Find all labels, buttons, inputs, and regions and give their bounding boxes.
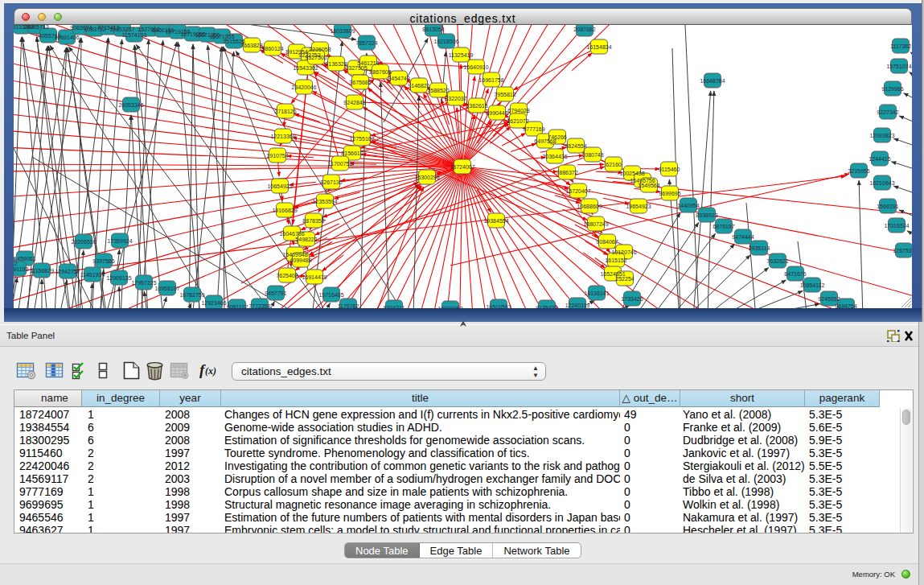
- svg-text:1910754: 1910754: [266, 153, 288, 159]
- svg-text:16210643: 16210643: [869, 180, 894, 186]
- svg-text:9129966: 9129966: [881, 86, 903, 92]
- svg-text:8938923: 8938923: [696, 212, 717, 218]
- svg-text:3675685: 3675685: [349, 80, 371, 85]
- svg-text:8990448: 8990448: [486, 110, 507, 116]
- svg-text:12353594: 12353594: [312, 199, 337, 204]
- svg-text:10654112: 10654112: [800, 282, 825, 288]
- svg-text:10688609: 10688609: [577, 204, 602, 209]
- svg-text:11700758: 11700758: [328, 161, 353, 167]
- svg-text:7955812: 7955812: [494, 92, 515, 97]
- svg-text:17016534: 17016534: [884, 223, 909, 229]
- svg-text:16782759: 16782759: [179, 292, 204, 298]
- svg-text:1588520: 1588520: [427, 88, 449, 93]
- svg-text:15300295: 15300295: [414, 175, 439, 180]
- svg-text:1179762: 1179762: [338, 303, 359, 309]
- svg-text:7632621: 7632621: [766, 258, 788, 264]
- svg-text:17957225: 17957225: [131, 280, 156, 286]
- svg-text:9081102: 9081102: [227, 304, 248, 309]
- svg-text:20691406: 20691406: [54, 35, 79, 40]
- svg-text:15716485: 15716485: [318, 292, 343, 298]
- svg-text:(x): (x): [205, 365, 216, 377]
- svg-text:16648784: 16648784: [700, 78, 725, 84]
- svg-text:9227342: 9227342: [877, 109, 898, 115]
- svg-text:9699695: 9699695: [659, 191, 680, 196]
- svg-text:8454749: 8454749: [388, 76, 409, 81]
- svg-text:9777169: 9777169: [523, 126, 544, 132]
- svg-text:11574103: 11574103: [122, 32, 147, 38]
- svg-text:16543362: 16543362: [293, 65, 318, 71]
- svg-text:9327505: 9327505: [345, 65, 367, 71]
- svg-text:19384554: 19384554: [483, 218, 508, 224]
- svg-text:12755162: 12755162: [349, 136, 374, 142]
- svg-text:9474444: 9474444: [732, 234, 754, 240]
- svg-text:2087682: 2087682: [573, 27, 595, 32]
- svg-text:7663822: 7663822: [240, 43, 262, 48]
- svg-text:1615152: 1615152: [605, 257, 626, 263]
- svg-text:20364436: 20364436: [542, 154, 567, 159]
- svg-text:9694754: 9694754: [835, 303, 856, 309]
- svg-text:9115460: 9115460: [659, 167, 680, 172]
- svg-text:10273362: 10273362: [437, 306, 462, 309]
- svg-text:746266: 746266: [548, 134, 566, 140]
- svg-text:11156829: 11156829: [30, 268, 54, 274]
- svg-text:2935114: 2935114: [749, 245, 770, 251]
- svg-text:11451914: 11451914: [80, 272, 105, 278]
- svg-text:20206536: 20206536: [71, 239, 96, 245]
- svg-text:15751074: 15751074: [886, 64, 911, 69]
- svg-text:24055713: 24055713: [23, 25, 48, 30]
- svg-text:4099489: 4099489: [290, 257, 311, 263]
- svg-text:18724007: 18724007: [450, 164, 474, 170]
- svg-text:3226058: 3226058: [309, 47, 331, 52]
- svg-text:9135428: 9135428: [536, 305, 557, 309]
- svg-text:26053346: 26053346: [118, 102, 143, 108]
- svg-text:8471676: 8471676: [784, 271, 806, 277]
- svg-text:1244415: 1244415: [869, 156, 890, 162]
- svg-text:8322037: 8322037: [445, 96, 466, 101]
- svg-text:1569291: 1569291: [877, 204, 898, 209]
- svg-text:16510593: 16510593: [486, 304, 511, 309]
- svg-text:11325419: 11325419: [449, 52, 474, 58]
- svg-text:12213369: 12213369: [270, 134, 295, 139]
- svg-text:12942757: 12942757: [55, 269, 80, 274]
- svg-text:6879197: 6879197: [713, 224, 734, 229]
- svg-text:9327500: 9327500: [305, 55, 326, 60]
- svg-text:19218506: 19218506: [433, 39, 458, 44]
- svg-text:8204211: 8204211: [384, 305, 405, 309]
- svg-text:9457791: 9457791: [265, 290, 286, 296]
- svg-text:3824554: 3824554: [565, 143, 586, 149]
- svg-text:15409948: 15409948: [282, 252, 307, 257]
- svg-text:9397586: 9397586: [92, 258, 114, 264]
- svg-text:1362615: 1362615: [466, 103, 487, 109]
- svg-text:2867608: 2867608: [369, 69, 391, 75]
- svg-text:7857224: 7857224: [355, 40, 377, 46]
- svg-text:9245652: 9245652: [818, 296, 840, 302]
- svg-text:16640910: 16640910: [463, 64, 488, 70]
- svg-text:16046786: 16046786: [279, 231, 304, 237]
- svg-text:16033809: 16033809: [330, 28, 355, 34]
- svg-text:62160: 62160: [606, 162, 622, 167]
- svg-text:1733426: 1733426: [621, 296, 643, 302]
- svg-text:7772358: 7772358: [248, 303, 270, 309]
- svg-text:9084067: 9084067: [596, 239, 618, 245]
- svg-text:3215955: 3215955: [848, 168, 869, 174]
- svg-text:10025438: 10025438: [619, 171, 644, 176]
- svg-text:1459061: 1459061: [14, 256, 35, 262]
- svg-text:10853267: 10853267: [109, 27, 134, 32]
- svg-text:1549564: 1549564: [638, 183, 659, 188]
- svg-text:2718126: 2718126: [274, 109, 296, 114]
- svg-text:10120746: 10120746: [611, 249, 636, 255]
- svg-text:8878352: 8878352: [302, 218, 324, 224]
- svg-text:252254: 252254: [615, 276, 634, 282]
- svg-text:6794028: 6794028: [507, 108, 529, 113]
- svg-text:12240113: 12240113: [565, 303, 590, 308]
- svg-text:1440954: 1440954: [677, 203, 699, 208]
- svg-text:9860124: 9860124: [261, 46, 283, 51]
- svg-text:1393012: 1393012: [14, 261, 18, 266]
- svg-text:16914479: 16914479: [302, 274, 326, 280]
- svg-text:12905135: 12905135: [106, 275, 131, 281]
- svg-text:19166829: 19166829: [272, 208, 297, 213]
- svg-text:12093823: 12093823: [869, 133, 894, 138]
- svg-text:18807249: 18807249: [583, 221, 608, 227]
- svg-text:19654923: 19654923: [626, 204, 651, 209]
- svg-text:5461214: 5461214: [357, 60, 379, 66]
